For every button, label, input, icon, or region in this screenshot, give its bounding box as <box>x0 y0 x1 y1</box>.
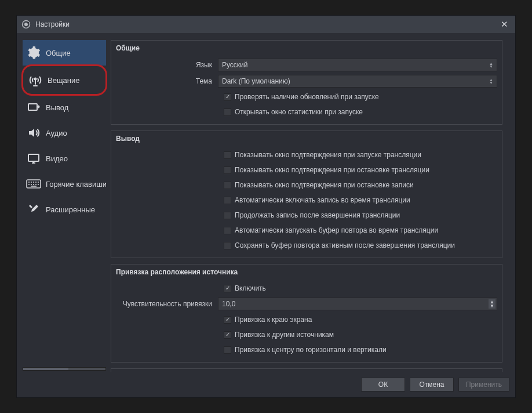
check-label: Сохранять буфер повтора активным после з… <box>235 241 455 249</box>
checkbox-snap-edge[interactable] <box>224 316 231 324</box>
sidebar-item-advanced[interactable]: Расширенные <box>23 197 106 222</box>
check-label: Показывать окно подтверждения при остано… <box>235 181 414 189</box>
checkbox-snap-enable[interactable] <box>224 285 231 292</box>
settings-window: Настройки ✕ Общие Вещание <box>16 15 516 398</box>
svg-point-3 <box>35 78 37 80</box>
sidebar: Общие Вещание Вывод <box>23 40 106 372</box>
sidebar-item-label: Горячие клавиши <box>46 180 106 189</box>
checkbox-snap-center[interactable] <box>224 346 231 354</box>
theme-label: Тема <box>116 77 218 85</box>
checkbox-auto-replay[interactable] <box>224 227 231 234</box>
highlighted-stream-tab: Вещание <box>21 64 107 96</box>
checkbox-check-updates[interactable] <box>224 93 231 101</box>
group-title: Проекторы <box>111 369 502 372</box>
svg-rect-6 <box>27 180 41 188</box>
group-general: Общие Язык Русский ▲▼ Тема <box>111 40 502 125</box>
svg-rect-5 <box>28 154 39 161</box>
check-label: Привязка к другим источникам <box>235 331 334 339</box>
checkbox-auto-record[interactable] <box>224 197 231 204</box>
sidebar-item-video[interactable]: Видео <box>23 146 106 171</box>
check-label: Привязка к центру по горизонтали и верти… <box>235 346 387 354</box>
tools-icon <box>26 202 41 217</box>
content-area: Общие Язык Русский ▲▼ Тема <box>111 40 509 372</box>
ok-button[interactable]: ОК <box>361 378 405 392</box>
sidebar-item-label: Общие <box>46 49 71 57</box>
checkbox-keep-replay[interactable] <box>224 242 231 249</box>
sidebar-item-label: Видео <box>46 154 68 163</box>
output-icon <box>26 100 41 115</box>
check-label: Показывать окно подтверждения при запуск… <box>235 151 421 159</box>
group-title: Вывод <box>111 131 502 146</box>
group-output: Вывод Показывать окно подтверждения при … <box>111 131 502 258</box>
check-label: Автоматически включать запись во время т… <box>235 196 410 204</box>
cancel-button[interactable]: Отмена <box>410 378 454 392</box>
updown-icon: ▲▼ <box>489 62 493 68</box>
app-icon <box>21 20 31 29</box>
sensitivity-spinbox[interactable]: 10,0 ▲▼ <box>218 298 497 310</box>
sidebar-scrollbar[interactable] <box>23 367 106 371</box>
titlebar: Настройки ✕ <box>17 16 515 33</box>
sidebar-item-general[interactable]: Общие <box>23 40 106 66</box>
sidebar-item-label: Расширенные <box>46 205 95 214</box>
dialog-buttons: ОК Отмена Применить <box>17 374 515 397</box>
checkbox-confirm-stop-record[interactable] <box>224 182 231 189</box>
checkbox-snap-other[interactable] <box>224 331 231 339</box>
check-label: Продолжать запись после завершения транс… <box>235 211 400 219</box>
sidebar-item-audio[interactable]: Аудио <box>23 120 106 146</box>
svg-point-1 <box>24 23 28 26</box>
gear-icon <box>26 45 41 60</box>
sidebar-item-stream[interactable]: Вещание <box>24 67 104 93</box>
broadcast-icon <box>28 73 43 88</box>
sidebar-item-label: Вещание <box>48 76 80 85</box>
sidebar-item-label: Вывод <box>46 103 68 112</box>
check-label: Показывать окно подтверждения при остано… <box>235 166 429 174</box>
keyboard-icon <box>26 176 41 191</box>
check-label: Включить <box>235 284 266 292</box>
group-title: Общие <box>111 41 502 56</box>
group-projectors: Проекторы Скрыть курсор за проекторы Пок… <box>111 368 502 372</box>
sensitivity-label: Чувствительность привязки <box>116 300 218 308</box>
check-label: Открывать окно статистики при запуске <box>235 108 363 116</box>
sidebar-item-label: Аудио <box>46 129 67 137</box>
sidebar-item-output[interactable]: Вывод <box>23 95 106 120</box>
group-snapping: Привязка расположения источника Включить… <box>111 264 502 363</box>
audio-icon <box>26 125 41 140</box>
language-select[interactable]: Русский ▲▼ <box>218 59 497 71</box>
updown-icon: ▲▼ <box>489 299 495 309</box>
check-label: Проверять наличие обновлений при запуске <box>235 93 379 101</box>
svg-point-2 <box>27 22 29 24</box>
checkbox-keep-recording[interactable] <box>224 212 231 219</box>
check-label: Привязка к краю экрана <box>235 316 312 324</box>
checkbox-open-stats[interactable] <box>224 108 231 116</box>
group-title: Привязка расположения источника <box>111 265 502 280</box>
close-icon[interactable]: ✕ <box>498 19 511 30</box>
updown-icon: ▲▼ <box>489 78 493 84</box>
theme-select[interactable]: Dark (По умолчанию) ▲▼ <box>218 75 497 88</box>
checkbox-confirm-start-stream[interactable] <box>224 151 231 159</box>
window-title: Настройки <box>35 20 70 28</box>
checkbox-confirm-stop-stream[interactable] <box>224 166 231 174</box>
apply-button[interactable]: Применить <box>458 378 509 392</box>
check-label: Автоматически запускать буфер повтора во… <box>235 226 438 234</box>
language-label: Язык <box>116 61 218 69</box>
sidebar-item-hotkeys[interactable]: Горячие клавиши <box>23 171 106 197</box>
svg-rect-4 <box>28 104 37 110</box>
video-icon <box>26 151 41 166</box>
